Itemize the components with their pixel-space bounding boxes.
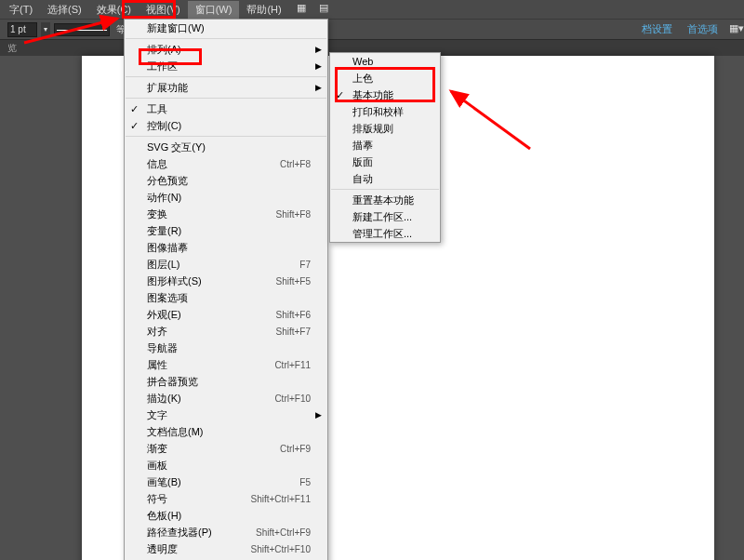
menu-item-shortcut: Ctrl+F9 [280, 444, 311, 454]
check-icon: ✓ [336, 89, 344, 101]
stroke-weight-dropdown[interactable]: ▾ [41, 22, 50, 37]
window-menu-item[interactable]: 工作区▶ [125, 58, 327, 74]
menu-item-label: Web [352, 56, 423, 67]
menu-item-label: 自动 [352, 172, 423, 186]
menu-separator [126, 76, 326, 77]
window-menu-item[interactable]: 外观(E)Shift+F6 [125, 306, 327, 323]
toolbar-mode-icon[interactable]: ▦ [297, 2, 312, 17]
menu-item-label: 工具 [147, 102, 311, 116]
menu-item-label: 图层(L) [147, 258, 283, 272]
menu-item-label: 图像描摹 [147, 241, 311, 255]
window-menu-item[interactable]: 属性Ctrl+F11 [125, 356, 327, 373]
window-menu-item[interactable]: 文字▶ [125, 407, 327, 423]
workspace-menu-item[interactable]: 描摹 [330, 137, 440, 153]
menu-item-label: 文档信息(M) [147, 425, 311, 439]
menu-separator [126, 98, 326, 99]
menu-item-label: 外观(E) [147, 308, 259, 322]
window-menu-item[interactable]: 变换Shift+F8 [125, 206, 327, 222]
menu-item-shortcut: Shift+F7 [275, 327, 311, 337]
menu-item-label: 图案选项 [147, 291, 311, 305]
window-menu-item[interactable]: 透明度Shift+Ctrl+F10 [125, 540, 327, 557]
workspace-menu-item[interactable]: 上色 [330, 70, 440, 87]
window-menu-item[interactable]: 渐变Ctrl+F9 [125, 440, 327, 457]
menu-item-label: 动作(N) [147, 191, 311, 205]
menu-item-shortcut: Ctrl+F8 [280, 159, 311, 169]
menu-item-label: 透明度 [147, 542, 234, 556]
workspace-menu-item[interactable]: 新建工作区... [330, 208, 440, 225]
window-menu-item[interactable]: 拼合器预览 [125, 373, 327, 390]
check-icon: ✓ [130, 120, 139, 132]
window-menu-item[interactable]: 新建窗口(W) [125, 20, 327, 36]
menu-item-label: 扩展功能 [147, 81, 311, 95]
menu-item-label: 拼合器预览 [147, 375, 311, 389]
workspace-menu-item[interactable]: 打印和校样 [330, 103, 440, 120]
menu-item-label: 排版规则 [352, 122, 423, 136]
window-menu-item[interactable]: 动作(N) [125, 189, 327, 206]
workspace-submenu: Web上色✓基本功能打印和校样排版规则描摹版面自动重置基本功能新建工作区...管… [329, 52, 441, 243]
menu-separator [126, 38, 326, 39]
window-menu-item[interactable]: 描边(K)Ctrl+F10 [125, 390, 327, 407]
workspace-menu-item[interactable]: 版面 [330, 153, 440, 170]
submenu-arrow-icon: ▶ [315, 410, 322, 420]
window-menu-item[interactable]: 分色预览 [125, 172, 327, 189]
window-menu-item[interactable]: 排列(A)▶ [125, 41, 327, 58]
menu-item-label: 排列(A) [147, 43, 311, 57]
window-menu-item[interactable]: 变量(R) [125, 222, 327, 239]
window-menu-item[interactable]: 画板 [125, 457, 327, 473]
workspace-menu-item[interactable]: 管理工作区... [330, 225, 440, 242]
window-menu-item[interactable]: 符号Shift+Ctrl+F11 [125, 490, 327, 507]
menu-item-label: 控制(C) [147, 119, 311, 133]
preferences-link[interactable]: 首选项 [687, 22, 718, 36]
window-menu-item[interactable]: 色板(H) [125, 507, 327, 524]
workspace-menu-item[interactable]: ✓基本功能 [330, 87, 440, 103]
menu-effect[interactable]: 效果(C) [89, 1, 139, 19]
doc-tab-label[interactable]: 览 [7, 42, 17, 55]
workspace-menu-item[interactable]: 排版规则 [330, 120, 440, 137]
menu-item-shortcut: Ctrl+F10 [274, 393, 311, 404]
window-menu-item[interactable]: ✓控制(C) [125, 117, 327, 134]
window-menu-item[interactable]: 画笔(B)F5 [125, 473, 327, 490]
menu-item-label: 新建窗口(W) [147, 21, 311, 35]
menu-item-shortcut: F5 [299, 477, 311, 487]
window-menu-item[interactable]: SVG 交互(Y) [125, 139, 327, 155]
menu-item-shortcut: F7 [299, 260, 311, 270]
docsetup-link[interactable]: 档设置 [642, 22, 672, 36]
window-menu-item[interactable]: 图层(L)F7 [125, 256, 327, 273]
menu-select[interactable]: 选择(S) [40, 1, 89, 19]
menu-item-label: 打印和校样 [352, 105, 423, 119]
menu-item-label: 基本功能 [352, 88, 423, 102]
window-menu-item[interactable]: 信息Ctrl+F8 [125, 155, 327, 172]
stroke-style-slot[interactable] [54, 23, 110, 36]
window-menu-item[interactable]: 导航器 [125, 340, 327, 356]
menu-item-label: 图形样式(S) [147, 274, 259, 288]
menu-window[interactable]: 窗口(W) [188, 1, 240, 19]
window-menu-item[interactable]: 文档信息(M) [125, 423, 327, 440]
menu-item-label: 导航器 [147, 341, 311, 355]
window-menu-item[interactable]: ✓工具 [125, 100, 327, 117]
window-menu-item[interactable]: 图像描摹 [125, 239, 327, 256]
menu-item-label: 渐变 [147, 442, 263, 456]
window-menu-item[interactable]: 图形样式(S)Shift+F5 [125, 273, 327, 289]
stroke-weight-input[interactable] [7, 22, 37, 37]
menu-help[interactable]: 帮助(H) [239, 1, 288, 19]
window-menu-item[interactable]: 图案选项 [125, 289, 327, 306]
workspace-menu-item[interactable]: Web [330, 53, 440, 70]
menu-item-label: 属性 [147, 358, 258, 372]
menu-view[interactable]: 视图(V) [139, 1, 188, 19]
window-menu-item[interactable]: 路径查找器(P)Shift+Ctrl+F9 [125, 524, 327, 540]
toolbar-extra-icon[interactable]: ▦▾ [729, 22, 744, 37]
menu-item-shortcut: Shift+Ctrl+F9 [256, 527, 311, 538]
menu-item-shortcut: Shift+Ctrl+F10 [251, 544, 311, 554]
window-menu-item[interactable]: 对齐Shift+F7 [125, 323, 327, 340]
workspace-menu-item[interactable]: 自动 [330, 170, 440, 187]
menu-item-label: 色板(H) [147, 509, 311, 523]
menu-item-label: 管理工作区... [352, 227, 423, 241]
menu-text[interactable]: 字(T) [2, 1, 40, 19]
menu-item-label: 分色预览 [147, 174, 311, 188]
menu-item-label: 上色 [352, 72, 423, 86]
workspace-menu-item[interactable]: 重置基本功能 [330, 192, 440, 208]
window-menu: 新建窗口(W)排列(A)▶工作区▶扩展功能▶✓工具✓控制(C)SVG 交互(Y)… [124, 19, 328, 560]
toolbar-mode-icon-2[interactable]: ▤ [319, 2, 334, 17]
menu-item-label: 重置基本功能 [352, 193, 423, 207]
window-menu-item[interactable]: 扩展功能▶ [125, 79, 327, 96]
